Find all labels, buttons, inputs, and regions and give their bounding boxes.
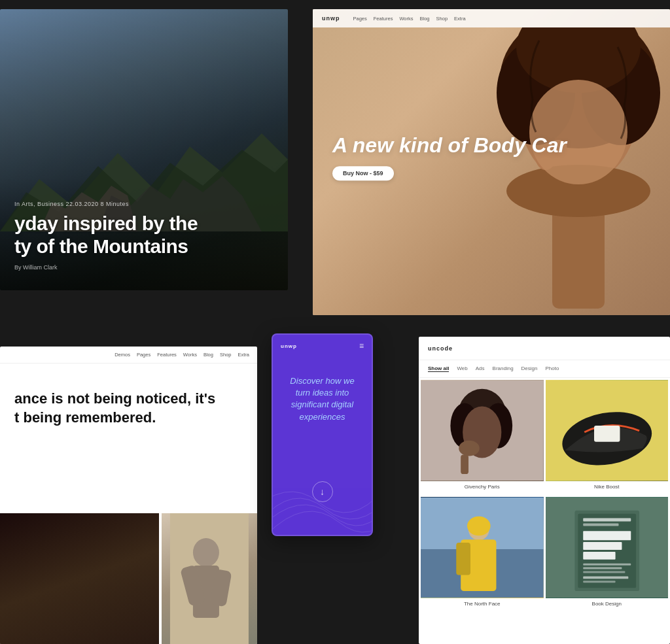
blog-headline: yday inspired by thety of the Mountains	[14, 212, 273, 258]
svg-rect-53	[583, 576, 628, 579]
svg-rect-50	[583, 564, 631, 566]
svg-point-19	[44, 539, 109, 618]
filter-design[interactable]: Design	[521, 365, 538, 372]
filter-branding[interactable]: Branding	[493, 365, 514, 372]
agency-images	[0, 513, 257, 644]
portfolio-label-book: Book Design	[546, 598, 669, 612]
portfolio-filter-row: Show all Web Ads Branding Design Photo	[419, 360, 670, 378]
agency-nav-links: Demos Pages Features Works Blog Shop Ext…	[115, 352, 249, 358]
svg-rect-14	[14, 513, 145, 644]
svg-point-21	[193, 538, 219, 567]
svg-point-41	[467, 517, 491, 536]
blog-author: By William Clark	[14, 264, 273, 271]
filter-all[interactable]: Show all	[428, 365, 449, 372]
portfolio-item-givenchy[interactable]: Givenchy Paris	[421, 380, 544, 495]
svg-rect-31	[461, 455, 468, 475]
bodycare-nav: unwp Pages Features Works Blog Shop Extr…	[313, 9, 670, 27]
svg-rect-46	[583, 523, 618, 526]
svg-point-15	[31, 523, 122, 608]
bodycare-tagline-text: A new kind of Body Car	[332, 134, 567, 157]
agency-image-2	[162, 513, 257, 644]
svg-rect-40	[456, 543, 470, 575]
svg-rect-54	[583, 581, 615, 583]
svg-point-30	[459, 441, 480, 456]
svg-point-17	[77, 539, 129, 611]
mobile-logo: unwp	[281, 343, 297, 349]
buy-now-button[interactable]: Buy Now - $59	[332, 166, 394, 180]
portfolio-grid: Givenchy Paris Nike Boost	[419, 378, 670, 614]
svg-rect-52	[583, 571, 625, 573]
card-agency: Demos Pages Features Works Blog Shop Ext…	[0, 347, 257, 644]
portfolio-item-northface[interactable]: The North Face	[421, 497, 544, 612]
svg-rect-49	[583, 552, 615, 560]
agency-nav: Demos Pages Features Works Blog Shop Ext…	[0, 347, 257, 364]
bodycare-nav-links: Pages Features Works Blog Shop Extra	[353, 16, 466, 22]
hamburger-icon[interactable]: ≡	[359, 341, 364, 350]
card-bodycare: unwp Pages Features Works Blog Shop Extr…	[313, 9, 670, 315]
card-mobile: unwp ≡ Discover how we turn ideas into s…	[272, 333, 373, 536]
filter-photo[interactable]: Photo	[546, 365, 559, 372]
portfolio-brand: uncode	[428, 345, 453, 352]
portfolio-item-book[interactable]: Book Design	[546, 497, 669, 612]
mobile-nav: unwp ≡	[273, 335, 372, 356]
agency-quote: ance is not being noticed, it'st being r…	[14, 390, 243, 427]
portfolio-label-northface: The North Face	[421, 598, 544, 612]
bodycare-tagline: A new kind of Body Car Buy Now - $59	[332, 134, 567, 180]
filter-web[interactable]: Web	[457, 365, 467, 372]
mobile-tagline: Discover how we turn ideas into signific…	[282, 375, 362, 423]
blog-meta: In Arts, Business 22.03.2020 8 Minutes	[14, 201, 273, 207]
svg-rect-34	[594, 426, 620, 442]
card-portfolio: uncode Show all Web Ads Branding Design …	[419, 337, 670, 644]
agency-image-1	[0, 513, 159, 644]
card-mountains: In Arts, Business 22.03.2020 8 Minutes y…	[0, 9, 288, 290]
svg-rect-47	[583, 531, 631, 540]
portfolio-label-givenchy: Givenchy Paris	[421, 481, 544, 495]
bodycare-logo: unwp	[322, 15, 340, 22]
portfolio-label-nike: Nike Boost	[546, 481, 669, 495]
portfolio-item-nike[interactable]: Nike Boost	[546, 380, 669, 495]
svg-rect-48	[583, 542, 622, 550]
svg-point-16	[24, 539, 77, 611]
svg-rect-45	[583, 518, 631, 522]
portfolio-top-bar: uncode	[419, 337, 670, 360]
filter-ads[interactable]: Ads	[476, 365, 485, 372]
mobile-content: Discover how we turn ideas into signific…	[273, 356, 372, 436]
svg-point-18	[47, 556, 106, 628]
svg-rect-51	[583, 568, 622, 569]
